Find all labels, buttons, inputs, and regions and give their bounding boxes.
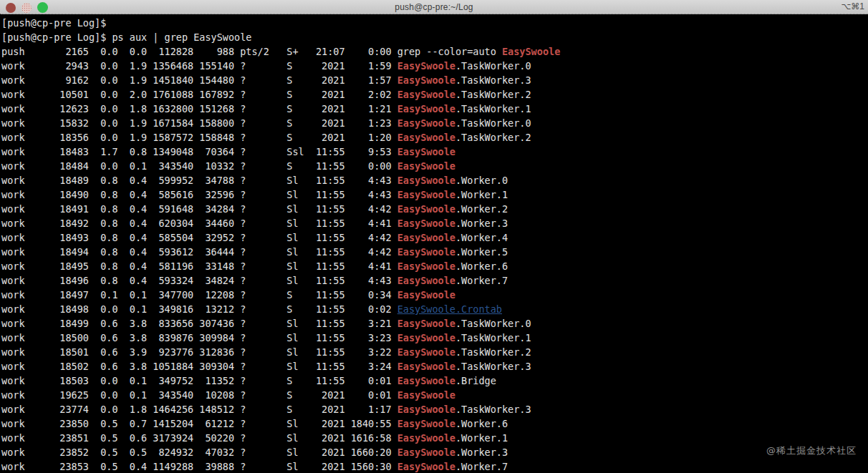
process-row: work 18484 0.0 0.1 343540 10332 ? S 11:5… xyxy=(1,159,868,173)
process-name-suffix: .TaskWorker.3 xyxy=(455,404,531,415)
process-fields: work 15832 0.0 1.9 1671584 158800 ? S 20… xyxy=(1,117,397,129)
process-fields: work 23853 0.5 0.4 1149288 39888 ? Sl 20… xyxy=(1,461,397,472)
maximize-button[interactable] xyxy=(37,2,48,13)
process-row: work 18493 0.8 0.4 585504 32952 ? Sl 11:… xyxy=(1,230,868,245)
process-row: work 12623 0.0 1.8 1632800 151268 ? S 20… xyxy=(1,102,868,116)
process-fields: work 18491 0.8 0.4 591648 34284 ? Sl 11:… xyxy=(1,203,397,215)
process-name-suffix[interactable]: .Crontab xyxy=(455,303,502,315)
grep-match: EasySwoole xyxy=(397,232,455,243)
grep-match: EasySwoole xyxy=(397,260,455,272)
process-row: work 18503 0.0 0.1 349752 11352 ? S 11:5… xyxy=(1,374,868,388)
process-row: work 18491 0.8 0.4 591648 34284 ? Sl 11:… xyxy=(1,202,868,216)
process-fields: work 18494 0.8 0.4 593612 36444 ? Sl 11:… xyxy=(1,246,397,258)
process-fields: work 23850 0.5 0.7 1415204 61212 ? Sl 20… xyxy=(1,418,397,429)
process-fields: work 18496 0.8 0.4 593324 34824 ? Sl 11:… xyxy=(1,275,397,286)
process-row: work 23851 0.5 0.6 3173924 50220 ? Sl 20… xyxy=(1,431,868,445)
process-name-suffix: .Worker.2 xyxy=(455,203,508,215)
minimize-button[interactable] xyxy=(21,3,32,13)
typed-command: ps aux | grep EasySwoole xyxy=(112,31,251,43)
process-fields: work 19625 0.0 0.1 343540 10208 ? S 2021… xyxy=(1,389,397,401)
process-name-suffix: .Bridge xyxy=(455,375,496,386)
shell-prompt: [push@cp-pre Log]$ xyxy=(1,17,106,29)
process-name-suffix: .TaskWorker.2 xyxy=(455,89,531,100)
grep-match: EasySwoole xyxy=(397,218,455,229)
process-name-suffix: .Worker.6 xyxy=(455,260,508,272)
process-fields: work 12623 0.0 1.8 1632800 151268 ? S 20… xyxy=(1,103,397,114)
process-row: work 9162 0.0 1.9 1451840 154480 ? S 202… xyxy=(1,73,868,87)
process-fields: work 18492 0.8 0.4 620304 34460 ? Sl 11:… xyxy=(1,218,397,229)
process-row: work 18500 0.6 3.8 839876 309984 ? Sl 11… xyxy=(1,331,868,345)
grep-match: EasySwoole xyxy=(397,189,455,200)
process-name-suffix: .TaskWorker.0 xyxy=(455,117,531,129)
process-fields: work 18483 1.7 0.8 1349048 70364 ? Ssl 1… xyxy=(1,146,397,157)
grep-match: EasySwoole xyxy=(397,447,455,458)
process-name-suffix: .Worker.7 xyxy=(455,461,508,472)
process-fields: work 18502 0.6 3.8 1051884 309304 ? Sl 1… xyxy=(1,361,397,372)
process-list: push 2165 0.0 0.0 112828 988 pts/2 S+ 21… xyxy=(1,44,868,473)
process-fields: work 18497 0.1 0.1 347700 12208 ? S 11:5… xyxy=(1,289,397,301)
process-row: work 23852 0.5 0.5 824932 47032 ? Sl 202… xyxy=(1,445,868,459)
grep-match: EasySwoole xyxy=(397,60,455,72)
grep-match: EasySwoole xyxy=(502,46,560,57)
grep-match: EasySwoole xyxy=(397,246,455,258)
grep-match: EasySwoole xyxy=(397,461,455,472)
process-name-suffix: .TaskWorker.2 xyxy=(455,346,531,358)
process-row: work 18490 0.8 0.4 585616 32596 ? Sl 11:… xyxy=(1,187,868,202)
process-row: work 18499 0.6 3.8 833656 307436 ? Sl 11… xyxy=(1,316,868,331)
process-row: work 10501 0.0 2.0 1761088 167892 ? S 20… xyxy=(1,87,868,102)
grep-match: EasySwoole xyxy=(397,318,455,329)
process-row: work 18483 1.7 0.8 1349048 70364 ? Ssl 1… xyxy=(1,145,868,159)
process-fields: work 18503 0.0 0.1 349752 11352 ? S 11:5… xyxy=(1,375,397,386)
process-name-suffix: .Worker.6 xyxy=(455,418,508,429)
process-fields: work 18484 0.0 0.1 343540 10332 ? S 11:5… xyxy=(1,160,397,172)
process-row: work 2943 0.0 1.9 1356468 155140 ? S 202… xyxy=(1,59,868,73)
window-titlebar[interactable]: push@cp-pre:~/Log ⌥⌘1 xyxy=(0,0,868,14)
process-name-suffix: .TaskWorker.0 xyxy=(455,60,531,72)
process-name-suffix: .Worker.5 xyxy=(455,246,508,258)
grep-match: EasySwoole xyxy=(397,89,455,100)
crontab-link[interactable]: EasySwoole xyxy=(397,303,455,315)
process-fields: work 18499 0.6 3.8 833656 307436 ? Sl 11… xyxy=(1,318,397,329)
grep-match: EasySwoole xyxy=(397,289,455,301)
process-row: work 18497 0.1 0.1 347700 12208 ? S 11:5… xyxy=(1,288,868,302)
process-name-suffix: .Worker.1 xyxy=(455,432,508,444)
process-name-suffix: .TaskWorker.1 xyxy=(455,332,531,343)
process-fields: work 18493 0.8 0.4 585504 32952 ? Sl 11:… xyxy=(1,232,397,243)
process-name-suffix: .TaskWorker.0 xyxy=(455,318,531,329)
process-fields: work 9162 0.0 1.9 1451840 154480 ? S 202… xyxy=(1,74,397,86)
process-name-suffix: .TaskWorker.2 xyxy=(455,132,531,143)
process-name-suffix: .Worker.1 xyxy=(455,189,508,200)
command-line: [push@cp-pre Log]$ ps aux | grep EasySwo… xyxy=(1,30,868,44)
close-button[interactable] xyxy=(6,3,16,13)
process-fields: work 18498 0.0 0.1 349816 13212 ? S 11:5… xyxy=(1,303,397,315)
grep-match: EasySwoole xyxy=(397,132,455,143)
process-name-suffix: .Worker.0 xyxy=(455,175,508,186)
process-row: work 23853 0.5 0.4 1149288 39888 ? Sl 20… xyxy=(1,459,868,473)
window-title: push@cp-pre:~/Log xyxy=(0,2,868,12)
process-row: work 15832 0.0 1.9 1671584 158800 ? S 20… xyxy=(1,116,868,130)
process-row: work 18496 0.8 0.4 593324 34824 ? Sl 11:… xyxy=(1,273,868,288)
window-shortcut-hint: ⌥⌘1 xyxy=(841,1,864,11)
process-row: work 18492 0.8 0.4 620304 34460 ? Sl 11:… xyxy=(1,216,868,230)
terminal-screen[interactable]: [push@cp-pre Log]$ [push@cp-pre Log]$ ps… xyxy=(0,15,868,473)
process-fields: work 10501 0.0 2.0 1761088 167892 ? S 20… xyxy=(1,89,397,100)
shell-prompt: [push@cp-pre Log]$ xyxy=(1,31,112,43)
process-name-suffix: .Worker.7 xyxy=(455,275,508,286)
grep-match: EasySwoole xyxy=(397,346,455,358)
process-row: work 18501 0.6 3.9 923776 312836 ? Sl 11… xyxy=(1,345,868,359)
process-row: work 18502 0.6 3.8 1051884 309304 ? Sl 1… xyxy=(1,359,868,374)
grep-match: EasySwoole xyxy=(397,418,455,429)
grep-match: EasySwoole xyxy=(397,389,455,401)
process-name-suffix: .Worker.3 xyxy=(455,447,508,458)
process-fields: work 18490 0.8 0.4 585616 32596 ? Sl 11:… xyxy=(1,189,397,200)
process-fields: work 18489 0.8 0.4 599952 34788 ? Sl 11:… xyxy=(1,175,397,186)
process-name-suffix: .TaskWorker.3 xyxy=(455,74,531,86)
process-row: work 18495 0.8 0.4 581196 33148 ? Sl 11:… xyxy=(1,259,868,273)
grep-match: EasySwoole xyxy=(397,404,455,415)
grep-match: EasySwoole xyxy=(397,375,455,386)
grep-match: EasySwoole xyxy=(397,332,455,343)
process-row: work 18356 0.0 1.9 1587572 158848 ? S 20… xyxy=(1,130,868,145)
process-fields: work 18501 0.6 3.9 923776 312836 ? Sl 11… xyxy=(1,346,397,358)
process-fields: work 23774 0.0 1.8 1464256 148512 ? S 20… xyxy=(1,404,397,415)
window-controls xyxy=(6,2,48,13)
